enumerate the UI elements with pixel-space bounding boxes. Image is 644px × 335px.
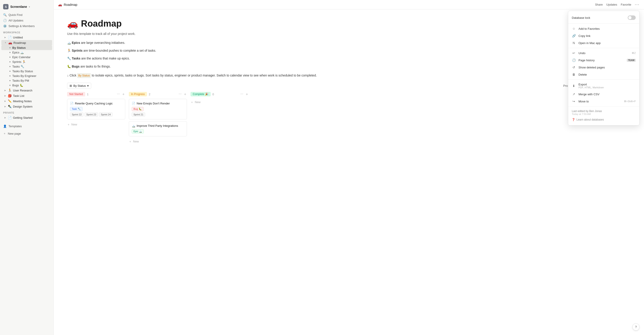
- overlay-backdrop[interactable]: [0, 0, 644, 335]
- database-lock-toggle[interactable]: [628, 16, 636, 20]
- divider-2: [568, 48, 639, 48]
- last-edited-time: Today at 7:59 AM: [572, 113, 636, 116]
- delete-item[interactable]: 🗑 Delete: [568, 71, 639, 78]
- show-deleted-label: Show deleted pages: [578, 66, 636, 69]
- export-sub-label: PDF, HTML, Markdown: [578, 86, 636, 89]
- link-icon: 🔗: [572, 34, 576, 38]
- database-lock-row: Database lock: [568, 13, 639, 22]
- export-item[interactable]: ⬇ Export PDF, HTML, Markdown: [568, 81, 639, 90]
- move-to-shortcut: ⌘+Shift+P: [624, 100, 636, 103]
- copy-link-label: Copy link: [578, 34, 636, 38]
- divider-1: [568, 24, 639, 24]
- restore-icon: ↺: [572, 66, 576, 69]
- page-history-team-badge: TEAM: [627, 59, 636, 62]
- merge-csv-item[interactable]: ↗ Merge with CSV: [568, 90, 639, 98]
- database-lock-label: Database lock: [572, 16, 590, 20]
- dropdown-menu: Database lock ☆ Add to Favorites 🔗 Copy …: [568, 11, 640, 126]
- undo-shortcut: ⌘Z: [632, 52, 636, 54]
- page-history-label: Page history: [578, 58, 624, 62]
- menu-footer: Last edited by Ben Jonas Today at 7:59 A…: [568, 108, 639, 116]
- star-icon: ☆: [572, 27, 576, 30]
- notion-icon: N: [572, 41, 576, 45]
- export-icon: ⬇: [572, 84, 576, 88]
- learn-databases-item[interactable]: ❓ Learn about databases: [568, 116, 639, 123]
- move-icon: ↪: [572, 100, 576, 103]
- last-edited-label: Last edited by Ben Jonas: [572, 110, 636, 113]
- move-to-item[interactable]: ↪ Move to ⌘+Shift+P: [568, 98, 639, 105]
- merge-csv-label: Merge with CSV: [578, 92, 636, 96]
- undo-icon: ↩: [572, 51, 576, 55]
- show-deleted-item[interactable]: ↺ Show deleted pages: [568, 64, 639, 71]
- page-history-item[interactable]: 🕐 Page history TEAM: [568, 56, 639, 64]
- add-to-favorites-item[interactable]: ☆ Add to Favorites: [568, 25, 639, 32]
- trash-icon: 🗑: [572, 73, 576, 76]
- copy-link-item[interactable]: 🔗 Copy link: [568, 32, 639, 39]
- merge-icon: ↗: [572, 92, 576, 96]
- move-to-label: Move to: [578, 100, 621, 103]
- add-to-favorites-label: Add to Favorites: [578, 27, 636, 30]
- undo-label: Undo: [578, 52, 629, 55]
- open-in-mac-item[interactable]: N Open in Mac app: [568, 39, 639, 46]
- divider-4: [568, 106, 639, 106]
- question-icon: ❓: [572, 118, 575, 121]
- open-in-mac-label: Open in Mac app: [578, 41, 636, 45]
- export-label: Export: [578, 83, 636, 86]
- learn-databases-label: Learn about databases: [576, 118, 604, 121]
- delete-label: Delete: [578, 73, 636, 76]
- undo-item[interactable]: ↩ Undo ⌘Z: [568, 50, 639, 56]
- history-icon: 🕐: [572, 58, 576, 62]
